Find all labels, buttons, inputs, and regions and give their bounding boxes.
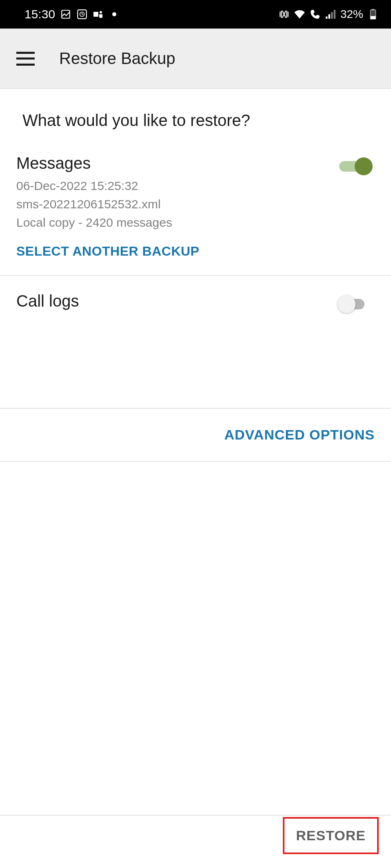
svg-rect-8: [334, 10, 335, 19]
messages-details: Local copy - 2420 messages: [16, 213, 339, 232]
advanced-section: ADVANCED OPTIONS: [0, 409, 391, 462]
advanced-options-link[interactable]: ADVANCED OPTIONS: [224, 427, 375, 442]
page-title: Restore Backup: [59, 49, 176, 68]
heading: What would you like to restore?: [0, 89, 391, 146]
status-bar: 15:30 32%: [0, 0, 391, 29]
svg-rect-6: [328, 14, 330, 19]
status-right: 32%: [278, 8, 379, 21]
dot-icon: [112, 12, 116, 16]
svg-rect-10: [372, 9, 375, 10]
select-another-backup-link[interactable]: SELECT ANOTHER BACKUP: [16, 232, 373, 259]
image-icon: [60, 9, 71, 20]
calllogs-section: Call logs: [0, 276, 391, 409]
wifi-icon: [294, 9, 305, 20]
menu-icon[interactable]: [16, 52, 35, 66]
battery-icon: [367, 9, 379, 20]
app-bar: Restore Backup: [0, 29, 391, 89]
messages-datetime: 06-Dec-2022 15:25:32: [16, 177, 339, 195]
calllogs-title: Call logs: [16, 292, 339, 310]
status-time: 15:30: [24, 7, 55, 21]
signal-icon: [325, 9, 336, 20]
svg-rect-5: [326, 16, 327, 18]
battery-percent: 32%: [340, 8, 363, 21]
svg-rect-11: [371, 16, 376, 19]
svg-rect-0: [62, 10, 70, 18]
svg-point-4: [100, 11, 102, 13]
messages-filename: sms-20221206152532.xml: [16, 195, 339, 213]
status-left: 15:30: [24, 7, 116, 21]
messages-title: Messages: [16, 154, 339, 172]
teams-icon: [93, 9, 104, 20]
messages-section: Messages 06-Dec-2022 15:25:32 sms-202212…: [0, 146, 391, 276]
calllogs-toggle[interactable]: [339, 295, 373, 313]
restore-button[interactable]: RESTORE: [283, 817, 379, 854]
footer-bar: RESTORE: [0, 815, 391, 868]
vibrate-icon: [278, 9, 290, 20]
content: What would you like to restore? Messages…: [0, 89, 391, 462]
svg-rect-3: [93, 12, 98, 17]
svg-rect-7: [331, 12, 333, 19]
call-wifi-icon: [309, 9, 321, 20]
messages-toggle[interactable]: [339, 157, 373, 175]
clock-app-icon: [76, 9, 88, 20]
